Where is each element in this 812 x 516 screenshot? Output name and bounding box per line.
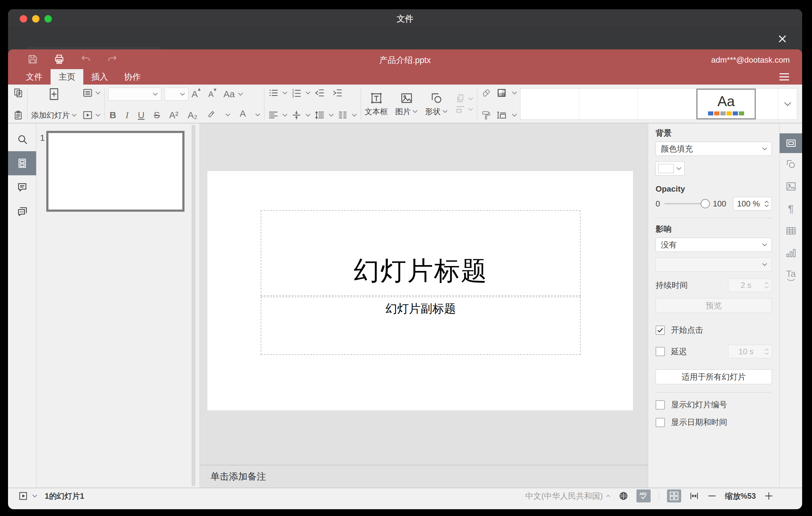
close-icon[interactable] (776, 32, 789, 46)
slide-canvas[interactable]: 幻灯片标题 幻灯片副标题 (207, 171, 633, 410)
change-layout-icon[interactable] (82, 88, 93, 98)
horizontal-align-icon[interactable] (268, 110, 279, 120)
theme-item-selected[interactable]: Aa (696, 89, 756, 119)
decrease-indent-icon[interactable] (314, 88, 325, 98)
opacity-slider-knob[interactable] (701, 199, 710, 208)
fill-type-select[interactable]: 颜色填充 (656, 142, 772, 156)
comments-icon[interactable] (8, 175, 36, 199)
close-traffic-light[interactable] (20, 15, 27, 23)
tab-home[interactable]: 主页 (51, 69, 83, 85)
chevron-down-icon[interactable] (468, 108, 473, 111)
bullet-list-icon[interactable] (268, 88, 279, 98)
search-icon[interactable] (8, 127, 36, 151)
delay-checkbox[interactable] (656, 347, 665, 356)
tab-collaboration[interactable]: 协作 (116, 69, 149, 85)
start-slideshow-status-icon[interactable] (19, 491, 28, 500)
line-spacing-icon[interactable] (314, 110, 325, 120)
subscript-button[interactable]: A₂ (187, 110, 198, 120)
paragraph-settings-icon[interactable]: ¶ (780, 198, 802, 220)
theme-item[interactable] (520, 89, 579, 119)
chevron-down-icon[interactable] (282, 91, 288, 95)
notes-area[interactable]: 单击添加备注 (200, 465, 648, 488)
superscript-button[interactable]: A² (169, 110, 178, 120)
slide-thumbnail[interactable] (46, 131, 184, 212)
arrange-objects-icon[interactable] (455, 93, 466, 104)
theme-item[interactable] (638, 89, 696, 119)
slide-size-icon[interactable] (496, 110, 507, 120)
subtitle-placeholder[interactable]: 幻灯片副标题 (261, 296, 581, 355)
columns-icon[interactable] (338, 110, 348, 120)
chevron-down-icon[interactable] (255, 113, 260, 117)
add-slide-label[interactable]: 添加幻灯片 (31, 110, 77, 120)
chevron-down-icon[interactable] (32, 494, 37, 498)
chart-settings-icon[interactable] (780, 242, 802, 264)
strikeout-button[interactable]: S (154, 110, 160, 120)
highlight-color-button[interactable] (207, 110, 216, 120)
chat-icon[interactable] (8, 199, 36, 224)
chevron-down-icon[interactable] (306, 114, 311, 117)
maximize-traffic-light[interactable] (45, 15, 52, 23)
start-on-click-checkbox[interactable] (656, 325, 665, 335)
chevron-down-icon[interactable] (306, 91, 311, 95)
bold-button[interactable]: B (110, 110, 116, 120)
chevron-down-icon[interactable] (95, 114, 100, 117)
theme-item[interactable] (579, 89, 638, 119)
insert-textbox-button[interactable]: 文本框 (365, 92, 388, 117)
clear-style-icon[interactable] (481, 88, 491, 98)
opacity-slider[interactable] (664, 203, 708, 204)
background-color-picker[interactable] (656, 162, 685, 176)
numbered-list-icon[interactable]: 123 (291, 88, 302, 98)
start-slideshow-icon[interactable] (82, 110, 93, 120)
thumbnails-scrollbar[interactable] (192, 125, 195, 486)
spell-check-toggle[interactable]: ABC (636, 489, 651, 503)
chevron-down-icon[interactable] (95, 91, 100, 95)
opacity-spinner[interactable]: 100 % (733, 197, 772, 210)
chevron-down-icon[interactable] (225, 113, 230, 117)
language-selector[interactable]: 中文(中华人民共和国) (525, 491, 611, 501)
copy-icon[interactable] (13, 88, 24, 98)
align-objects-icon[interactable] (455, 104, 466, 114)
shape-settings-icon[interactable] (780, 153, 802, 175)
table-settings-icon[interactable] (780, 220, 802, 242)
insert-image-button[interactable]: 图片 (395, 92, 418, 117)
tab-file[interactable]: 文件 (18, 69, 51, 85)
undo-icon[interactable] (80, 54, 91, 65)
change-case-button[interactable]: Aa (223, 89, 235, 99)
textart-settings-icon[interactable]: Ta (780, 264, 802, 286)
zoom-level[interactable]: 缩放%53 (725, 491, 756, 501)
underline-button[interactable]: U (138, 110, 145, 120)
chevron-down-icon[interactable] (328, 114, 334, 117)
tab-insert[interactable]: 插入 (83, 69, 116, 85)
insert-shape-button[interactable]: 形状 (425, 92, 448, 117)
minimize-traffic-light[interactable] (32, 15, 39, 23)
hamburger-menu-icon[interactable] (778, 70, 791, 83)
save-icon[interactable] (27, 54, 38, 65)
show-slide-number-checkbox[interactable] (656, 400, 665, 409)
zoom-in-button[interactable] (764, 491, 774, 501)
fill-color-icon[interactable] (496, 88, 507, 98)
chevron-down-icon[interactable] (352, 114, 357, 117)
chevron-down-icon[interactable] (468, 97, 473, 101)
apply-to-all-button[interactable]: 适用于所有幻灯片 (656, 369, 772, 384)
spinner-arrows[interactable] (764, 200, 769, 207)
document-language-icon[interactable] (618, 491, 629, 501)
increase-indent-icon[interactable] (332, 88, 343, 98)
theme-gallery-expand-icon[interactable] (778, 89, 797, 119)
fit-to-width-button[interactable] (689, 491, 699, 501)
chevron-down-icon[interactable] (282, 114, 288, 117)
chevron-down-icon[interactable] (512, 91, 517, 95)
effect-select[interactable]: 没有 (656, 238, 772, 252)
font-color-button[interactable]: A (240, 110, 246, 120)
vertical-align-icon[interactable] (291, 110, 302, 120)
paste-icon[interactable] (13, 110, 24, 120)
show-date-time-checkbox[interactable] (656, 418, 665, 427)
chevron-down-icon[interactable] (512, 114, 517, 117)
redo-icon[interactable] (107, 54, 118, 65)
slides-panel-icon[interactable] (8, 151, 36, 175)
image-settings-icon[interactable] (780, 175, 802, 198)
add-slide-button[interactable] (48, 88, 60, 101)
font-size-combo[interactable] (165, 88, 188, 101)
slide-settings-icon[interactable] (780, 133, 802, 153)
print-icon[interactable] (54, 54, 65, 65)
chevron-down-icon[interactable] (238, 93, 243, 96)
